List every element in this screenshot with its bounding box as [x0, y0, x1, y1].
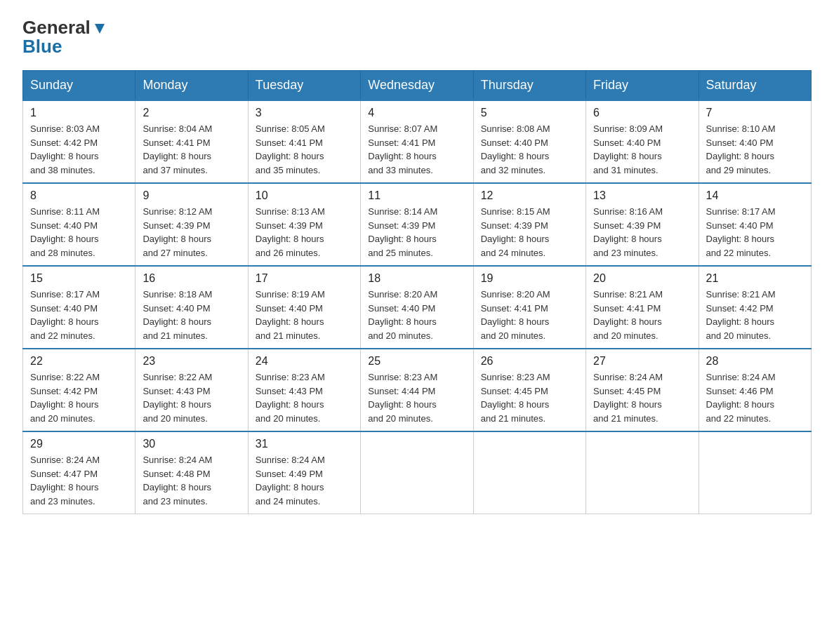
day-number: 19	[481, 272, 578, 285]
day-info: Sunrise: 8:24 AMSunset: 4:48 PMDaylight:…	[143, 455, 212, 507]
day-info: Sunrise: 8:21 AMSunset: 4:42 PMDaylight:…	[706, 289, 776, 341]
calendar-week-1: 1 Sunrise: 8:03 AMSunset: 4:42 PMDayligh…	[23, 100, 812, 183]
day-info: Sunrise: 8:23 AMSunset: 4:45 PMDaylight:…	[481, 372, 550, 424]
logo-blue: Blue	[22, 36, 62, 58]
day-number: 9	[143, 189, 240, 202]
calendar-cell: 23 Sunrise: 8:22 AMSunset: 4:43 PMDaylig…	[135, 349, 248, 431]
calendar-cell: 1 Sunrise: 8:03 AMSunset: 4:42 PMDayligh…	[23, 100, 135, 183]
logo-arrow-icon	[92, 21, 107, 36]
day-info: Sunrise: 8:20 AMSunset: 4:41 PMDaylight:…	[481, 289, 550, 341]
day-info: Sunrise: 8:12 AMSunset: 4:39 PMDaylight:…	[143, 206, 212, 258]
day-number: 22	[30, 355, 128, 368]
day-info: Sunrise: 8:16 AMSunset: 4:39 PMDaylight:…	[593, 206, 663, 258]
day-info: Sunrise: 8:13 AMSunset: 4:39 PMDaylight:…	[256, 206, 325, 258]
svg-marker-0	[95, 24, 105, 34]
day-number: 20	[593, 272, 691, 285]
day-info: Sunrise: 8:24 AMSunset: 4:47 PMDaylight:…	[30, 455, 100, 507]
day-number: 3	[256, 107, 353, 119]
day-info: Sunrise: 8:23 AMSunset: 4:43 PMDaylight:…	[256, 372, 325, 424]
day-number: 8	[30, 189, 128, 202]
calendar-cell: 25 Sunrise: 8:23 AMSunset: 4:44 PMDaylig…	[361, 349, 473, 431]
weekday-header-monday: Monday	[135, 71, 248, 101]
day-number: 11	[368, 189, 465, 202]
calendar-cell: 3 Sunrise: 8:05 AMSunset: 4:41 PMDayligh…	[248, 100, 360, 183]
calendar-cell: 13 Sunrise: 8:16 AMSunset: 4:39 PMDaylig…	[586, 183, 699, 266]
day-info: Sunrise: 8:10 AMSunset: 4:40 PMDaylight:…	[706, 123, 776, 175]
day-number: 30	[143, 438, 240, 450]
calendar-cell: 4 Sunrise: 8:07 AMSunset: 4:41 PMDayligh…	[361, 100, 473, 183]
calendar-cell: 27 Sunrise: 8:24 AMSunset: 4:45 PMDaylig…	[586, 349, 699, 431]
day-number: 2	[143, 107, 240, 119]
weekday-header-sunday: Sunday	[23, 71, 135, 101]
day-number: 26	[481, 355, 578, 368]
calendar-cell: 17 Sunrise: 8:19 AMSunset: 4:40 PMDaylig…	[248, 266, 360, 349]
day-number: 25	[368, 355, 465, 368]
calendar-cell: 9 Sunrise: 8:12 AMSunset: 4:39 PMDayligh…	[135, 183, 248, 266]
day-number: 1	[30, 107, 128, 119]
day-info: Sunrise: 8:17 AMSunset: 4:40 PMDaylight:…	[706, 206, 776, 258]
day-info: Sunrise: 8:09 AMSunset: 4:40 PMDaylight:…	[593, 123, 663, 175]
day-number: 28	[706, 355, 804, 368]
day-number: 23	[143, 355, 240, 368]
weekday-header-wednesday: Wednesday	[361, 71, 473, 101]
day-number: 4	[368, 107, 465, 119]
day-number: 24	[256, 355, 353, 368]
calendar-cell: 22 Sunrise: 8:22 AMSunset: 4:42 PMDaylig…	[23, 349, 135, 431]
calendar-cell: 8 Sunrise: 8:11 AMSunset: 4:40 PMDayligh…	[23, 183, 135, 266]
weekday-header-thursday: Thursday	[473, 71, 585, 101]
day-number: 12	[481, 189, 578, 202]
calendar-cell: 31 Sunrise: 8:24 AMSunset: 4:49 PMDaylig…	[248, 431, 360, 514]
weekday-header-row: SundayMondayTuesdayWednesdayThursdayFrid…	[23, 71, 812, 101]
calendar-week-3: 15 Sunrise: 8:17 AMSunset: 4:40 PMDaylig…	[23, 266, 812, 349]
calendar-cell: 28 Sunrise: 8:24 AMSunset: 4:46 PMDaylig…	[699, 349, 811, 431]
day-number: 18	[368, 272, 465, 285]
calendar-cell: 29 Sunrise: 8:24 AMSunset: 4:47 PMDaylig…	[23, 431, 135, 514]
day-info: Sunrise: 8:21 AMSunset: 4:41 PMDaylight:…	[593, 289, 663, 341]
calendar-cell	[473, 431, 585, 514]
day-info: Sunrise: 8:04 AMSunset: 4:41 PMDaylight:…	[143, 123, 212, 175]
day-info: Sunrise: 8:18 AMSunset: 4:40 PMDaylight:…	[143, 289, 212, 341]
day-number: 21	[706, 272, 804, 285]
day-info: Sunrise: 8:20 AMSunset: 4:40 PMDaylight:…	[368, 289, 437, 341]
day-number: 29	[30, 438, 128, 450]
calendar-week-2: 8 Sunrise: 8:11 AMSunset: 4:40 PMDayligh…	[23, 183, 812, 266]
day-number: 31	[256, 438, 353, 450]
day-number: 13	[593, 189, 691, 202]
day-number: 7	[706, 107, 804, 119]
calendar-cell: 12 Sunrise: 8:15 AMSunset: 4:39 PMDaylig…	[473, 183, 585, 266]
day-info: Sunrise: 8:23 AMSunset: 4:44 PMDaylight:…	[368, 372, 437, 424]
calendar-cell	[699, 431, 811, 514]
calendar-cell: 21 Sunrise: 8:21 AMSunset: 4:42 PMDaylig…	[699, 266, 811, 349]
day-info: Sunrise: 8:15 AMSunset: 4:39 PMDaylight:…	[481, 206, 550, 258]
calendar-cell: 30 Sunrise: 8:24 AMSunset: 4:48 PMDaylig…	[135, 431, 248, 514]
calendar-cell: 18 Sunrise: 8:20 AMSunset: 4:40 PMDaylig…	[361, 266, 473, 349]
day-number: 27	[593, 355, 691, 368]
calendar-week-5: 29 Sunrise: 8:24 AMSunset: 4:47 PMDaylig…	[23, 431, 812, 514]
logo: General Blue	[22, 17, 107, 58]
calendar-week-4: 22 Sunrise: 8:22 AMSunset: 4:42 PMDaylig…	[23, 349, 812, 431]
calendar-cell: 15 Sunrise: 8:17 AMSunset: 4:40 PMDaylig…	[23, 266, 135, 349]
day-info: Sunrise: 8:11 AMSunset: 4:40 PMDaylight:…	[30, 206, 100, 258]
calendar-cell	[361, 431, 473, 514]
calendar-cell: 6 Sunrise: 8:09 AMSunset: 4:40 PMDayligh…	[586, 100, 699, 183]
day-info: Sunrise: 8:24 AMSunset: 4:46 PMDaylight:…	[706, 372, 776, 424]
day-number: 15	[30, 272, 128, 285]
day-number: 17	[256, 272, 353, 285]
day-number: 6	[593, 107, 691, 119]
weekday-header-tuesday: Tuesday	[248, 71, 360, 101]
calendar-cell: 10 Sunrise: 8:13 AMSunset: 4:39 PMDaylig…	[248, 183, 360, 266]
day-info: Sunrise: 8:08 AMSunset: 4:40 PMDaylight:…	[481, 123, 550, 175]
weekday-header-friday: Friday	[586, 71, 699, 101]
calendar-cell: 7 Sunrise: 8:10 AMSunset: 4:40 PMDayligh…	[699, 100, 811, 183]
day-info: Sunrise: 8:05 AMSunset: 4:41 PMDaylight:…	[256, 123, 325, 175]
day-info: Sunrise: 8:22 AMSunset: 4:42 PMDaylight:…	[30, 372, 100, 424]
calendar-table: SundayMondayTuesdayWednesdayThursdayFrid…	[22, 70, 812, 514]
calendar-cell: 11 Sunrise: 8:14 AMSunset: 4:39 PMDaylig…	[361, 183, 473, 266]
day-info: Sunrise: 8:24 AMSunset: 4:49 PMDaylight:…	[256, 455, 325, 507]
day-info: Sunrise: 8:07 AMSunset: 4:41 PMDaylight:…	[368, 123, 437, 175]
page-header: General Blue	[22, 17, 812, 58]
calendar-cell: 16 Sunrise: 8:18 AMSunset: 4:40 PMDaylig…	[135, 266, 248, 349]
day-number: 16	[143, 272, 240, 285]
day-number: 5	[481, 107, 578, 119]
calendar-cell: 19 Sunrise: 8:20 AMSunset: 4:41 PMDaylig…	[473, 266, 585, 349]
